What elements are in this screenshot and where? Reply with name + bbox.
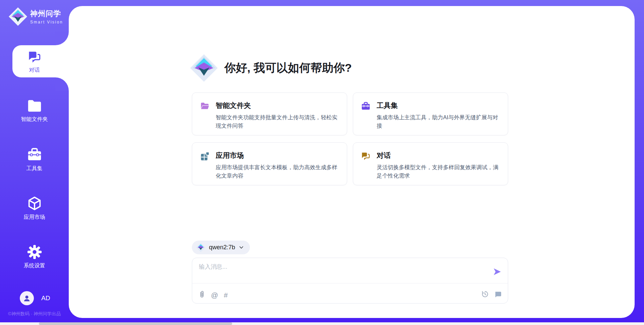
scrollbar-thumb[interactable] [39, 322, 232, 325]
sidebar-item-label: 智能文件夹 [0, 116, 69, 123]
app-grid-icon [200, 151, 209, 185]
composer-divider [192, 283, 508, 283]
card-app-market[interactable]: 应用市场 应用市场提供丰富长文本模板，助力高效生成多样化文章内容 [192, 142, 347, 185]
folder-icon [27, 99, 42, 113]
card-toolset[interactable]: 工具集 集成市场上主流工具，助力AI与外界无缝扩展与对接 [353, 92, 508, 135]
card-description: 灵活切换多模型文件，支持多样回复效果调试，满足个性化需求 [377, 163, 500, 180]
model-name: qwen2:7b [209, 244, 235, 251]
sidebar-item-chat[interactable]: 对话 [0, 49, 69, 74]
user-icon [22, 294, 31, 303]
page-title: 你好, 我可以如何帮助你? [224, 60, 352, 76]
sidebar-item-toolset[interactable]: 工具集 [0, 147, 69, 172]
comment-icon[interactable] [494, 290, 502, 300]
composer-tools-right [481, 290, 502, 300]
brand-logo: 神州问学 Smart Vision [9, 7, 63, 26]
user-account[interactable]: AD [20, 291, 50, 305]
sidebar: 神州问学 Smart Vision 对话 智能文件夹 工具集 应 [0, 0, 69, 325]
sidebar-item-label: 系统设置 [0, 262, 69, 269]
gear-icon [27, 244, 42, 260]
card-description: 集成市场上主流工具，助力AI与外界无缝扩展与对接 [377, 113, 500, 130]
card-description: 智能文件夹功能支持批量文件上传与清洗，轻松实现文件问答 [216, 113, 339, 130]
card-chat[interactable]: 对话 灵活切换多模型文件，支持多样回复效果调试，满足个性化需求 [353, 142, 508, 185]
avatar [20, 291, 34, 305]
chat-bubbles-icon [361, 151, 370, 185]
brand-diamond-icon [190, 54, 218, 82]
history-icon[interactable] [481, 290, 489, 300]
at-icon[interactable]: @ [211, 291, 218, 299]
message-composer: @ # [192, 258, 508, 304]
cube-icon [27, 196, 42, 211]
card-title: 工具集 [377, 101, 500, 110]
tab-notch-top [55, 32, 69, 45]
card-smart-folder[interactable]: 智能文件夹 智能文件夹功能支持批量文件上传与清洗，轻松实现文件问答 [192, 92, 347, 135]
card-title: 对话 [377, 151, 500, 160]
hero-greeting: 你好, 我可以如何帮助你? [190, 54, 352, 82]
composer-tools-left: @ # [199, 290, 228, 300]
paperclip-icon[interactable] [199, 290, 205, 300]
toolbox-icon [27, 147, 42, 162]
toolbox-icon [361, 101, 370, 135]
copyright-footer: ©神州数码 · 神州问学出品 [0, 311, 69, 317]
brand-name: 神州问学 [30, 9, 63, 19]
sidebar-item-app-market[interactable]: 应用市场 [0, 196, 69, 221]
sidebar-item-settings[interactable]: 系统设置 [0, 244, 69, 269]
card-title: 应用市场 [216, 151, 339, 160]
main-content-panel: 你好, 我可以如何帮助你? 智能文件夹 智能文件夹功能支持批量文件上传与清洗，轻… [69, 6, 635, 318]
sidebar-item-label: 应用市场 [0, 214, 69, 221]
send-button[interactable] [492, 267, 502, 277]
message-input[interactable] [199, 263, 481, 282]
brand-subtitle: Smart Vision [30, 20, 63, 24]
card-title: 智能文件夹 [216, 101, 339, 110]
model-selector[interactable]: qwen2:7b [192, 241, 250, 254]
sidebar-item-label: 对话 [0, 67, 69, 74]
chevron-down-icon [239, 245, 244, 250]
tab-notch-bottom [55, 77, 69, 91]
horizontal-scrollbar [0, 322, 644, 325]
feature-cards: 智能文件夹 智能文件夹功能支持批量文件上传与清洗，轻松实现文件问答 工具集 集成… [192, 92, 508, 185]
sidebar-item-smart-folder[interactable]: 智能文件夹 [0, 99, 69, 123]
card-description: 应用市场提供丰富长文本模板，助力高效生成多样化文章内容 [216, 163, 339, 180]
hash-icon[interactable]: # [224, 291, 228, 299]
sidebar-item-label: 工具集 [0, 165, 69, 172]
send-icon [493, 267, 501, 276]
folder-open-icon [200, 101, 209, 135]
brand-diamond-icon [9, 7, 27, 26]
chat-bubbles-icon [27, 49, 42, 64]
user-initials: AD [41, 295, 50, 302]
brand-diamond-icon [196, 243, 205, 252]
